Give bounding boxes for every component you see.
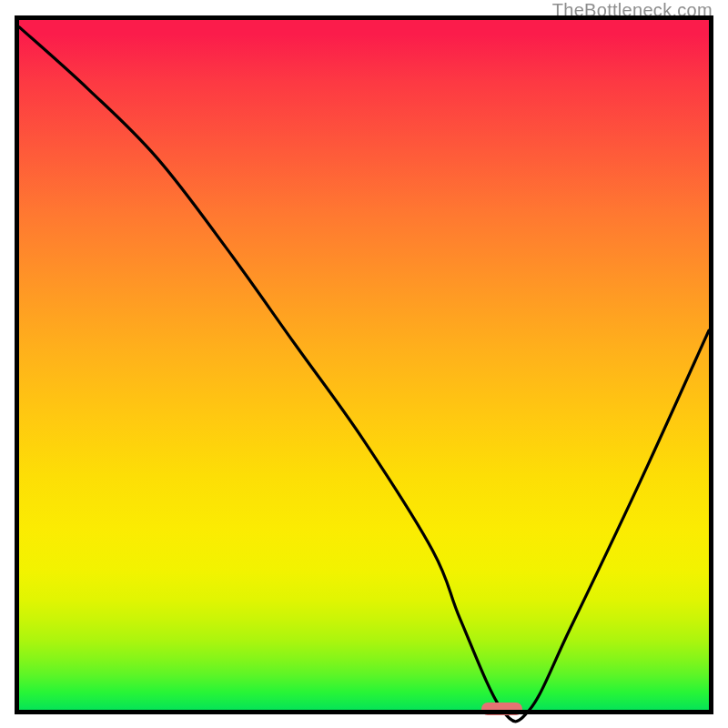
chart-border-left <box>15 15 19 714</box>
chart-frame <box>0 20 728 728</box>
chart-border-top <box>15 15 713 20</box>
chart-border-right <box>709 15 713 714</box>
plot-area <box>19 20 709 710</box>
bottleneck-curve <box>19 20 709 710</box>
chart-border-bottom <box>15 710 713 714</box>
